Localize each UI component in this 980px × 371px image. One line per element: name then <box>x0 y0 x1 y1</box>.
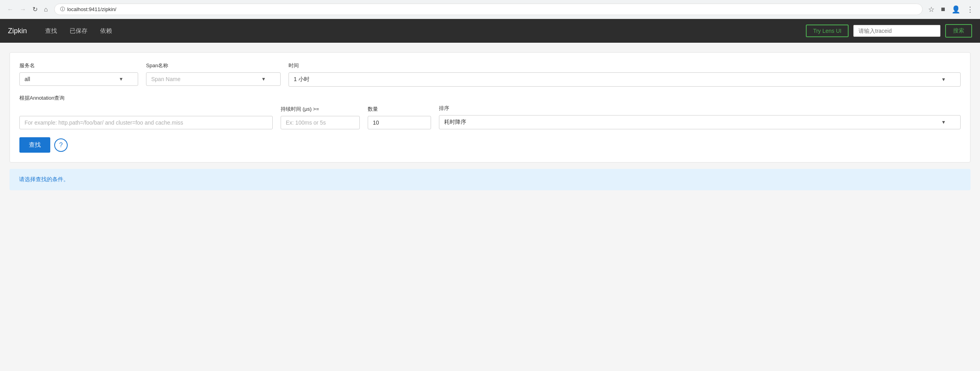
browser-chrome: ← → ↻ ⌂ ⓘ localhost:9411/zipkin/ ☆ ■ 👤 ⋮ <box>0 0 980 19</box>
sort-select-wrapper[interactable]: 耗时降序 ▼ <box>439 115 961 129</box>
annotation-inputs: 持续时间 (μs) >= 数量 排序 耗时降序 ▼ <box>19 105 961 129</box>
time-select-wrapper[interactable]: 1 小时 ▼ <box>289 72 961 87</box>
span-name-select-wrapper[interactable]: Span Name ▼ <box>146 72 281 86</box>
span-name-group: Span名称 Span Name ▼ <box>146 62 281 86</box>
annotation-group: 根据Annotation查询 持续时间 (μs) >= 数量 排序 <box>19 95 961 129</box>
nav-buttons: ← → ↻ ⌂ <box>5 4 50 15</box>
annotation-input-wrapper <box>19 116 273 129</box>
info-message: 请选择查找的条件。 <box>9 169 971 190</box>
search-button[interactable]: 查找 <box>19 137 50 153</box>
lock-icon: ⓘ <box>60 6 65 13</box>
top-search-button[interactable]: 搜索 <box>945 24 972 38</box>
forward-button[interactable]: → <box>17 4 28 15</box>
annotation-label: 根据Annotation查询 <box>19 95 961 102</box>
annotation-row: 根据Annotation查询 持续时间 (μs) >= 数量 排序 <box>19 95 961 129</box>
search-card: 服务名 all ▼ Span名称 Span Name ▼ <box>9 52 971 163</box>
time-group: 时间 1 小时 ▼ <box>289 62 961 87</box>
chevron-down-icon: ▼ <box>119 76 123 82</box>
nav-link-dependencies[interactable]: 依赖 <box>94 19 118 43</box>
sort-group: 排序 耗时降序 ▼ <box>439 105 961 129</box>
service-name-select[interactable]: all ▼ <box>19 72 138 86</box>
sort-label: 排序 <box>439 105 961 112</box>
service-name-select-wrapper[interactable]: all ▼ <box>19 72 138 86</box>
menu-button[interactable]: ⋮ <box>965 4 975 15</box>
url-text: localhost:9411/zipkin/ <box>67 6 116 12</box>
service-name-value: all <box>25 76 30 82</box>
form-actions: 查找 ? <box>19 137 961 153</box>
chevron-down-icon-3: ▼ <box>941 77 946 82</box>
duration-input[interactable] <box>281 116 360 129</box>
span-name-label: Span名称 <box>146 62 281 69</box>
info-text: 请选择查找的条件。 <box>19 176 69 182</box>
service-name-group: 服务名 all ▼ <box>19 62 138 86</box>
brand-label: Zipkin <box>8 27 27 35</box>
address-bar[interactable]: ⓘ localhost:9411/zipkin/ <box>54 4 923 15</box>
chevron-down-icon-4: ▼ <box>941 119 946 125</box>
main-content: 服务名 all ▼ Span名称 Span Name ▼ <box>0 43 980 371</box>
reload-button[interactable]: ↻ <box>30 4 40 15</box>
time-label: 时间 <box>289 62 961 69</box>
chevron-down-icon-2: ▼ <box>261 76 266 82</box>
try-lens-button[interactable]: Try Lens UI <box>806 25 849 37</box>
form-row-1: 服务名 all ▼ Span名称 Span Name ▼ <box>19 62 961 87</box>
span-name-select[interactable]: Span Name ▼ <box>146 72 281 86</box>
time-select[interactable]: 1 小时 ▼ <box>289 72 961 87</box>
extension-button[interactable]: ■ <box>939 4 947 15</box>
top-navigation: Zipkin 查找 已保存 依赖 Try Lens UI 搜索 <box>0 19 980 43</box>
count-input[interactable] <box>368 116 431 129</box>
help-button[interactable]: ? <box>54 138 68 152</box>
annotation-input[interactable] <box>19 116 273 129</box>
sort-select[interactable]: 耗时降序 ▼ <box>439 115 961 129</box>
nav-link-saved[interactable]: 已保存 <box>63 19 94 43</box>
sort-value: 耗时降序 <box>444 119 466 126</box>
count-group: 数量 <box>368 106 431 129</box>
count-label: 数量 <box>368 106 431 113</box>
nav-links: 查找 已保存 依赖 <box>39 19 118 43</box>
bookmark-button[interactable]: ☆ <box>927 4 936 15</box>
traceid-input[interactable] <box>853 25 940 37</box>
browser-actions: ☆ ■ 👤 ⋮ <box>927 4 975 15</box>
back-button[interactable]: ← <box>5 4 16 15</box>
service-name-label: 服务名 <box>19 62 138 69</box>
duration-label: 持续时间 (μs) >= <box>281 106 360 113</box>
topnav-right: Try Lens UI 搜索 <box>806 24 972 38</box>
span-name-value: Span Name <box>151 76 180 82</box>
duration-group: 持续时间 (μs) >= <box>281 106 360 129</box>
nav-link-search[interactable]: 查找 <box>39 19 63 43</box>
account-button[interactable]: 👤 <box>950 4 962 15</box>
time-value: 1 小时 <box>294 76 310 83</box>
home-button[interactable]: ⌂ <box>42 4 50 15</box>
